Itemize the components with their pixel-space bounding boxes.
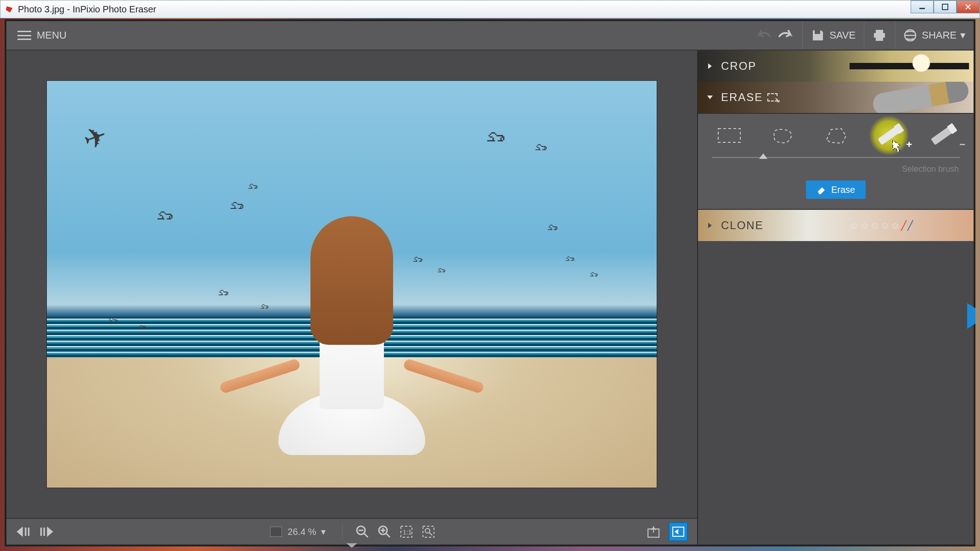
crop-label: CROP	[721, 60, 756, 73]
menu-button[interactable]: MENU	[6, 21, 78, 50]
window-title: Photo 3.jpg - InPixio Photo Eraser	[18, 4, 156, 15]
menu-label: MENU	[37, 29, 67, 41]
svg-marker-12	[707, 96, 713, 99]
save-icon	[811, 28, 825, 42]
svg-rect-7	[423, 526, 434, 537]
tool-add-brush[interactable]: +	[871, 123, 907, 148]
crop-panel-header[interactable]: CROP	[698, 51, 974, 82]
chevron-down-icon: ▾	[960, 29, 965, 41]
erase-label: ERASE	[721, 91, 763, 104]
app-frame: MENU SAVE SHARE ▾ ✈ 𐦐	[5, 19, 975, 546]
zoom-dropdown[interactable]: 26.4 % ▾	[266, 526, 329, 537]
svg-marker-14	[893, 140, 901, 152]
zoom-in-icon[interactable]	[377, 525, 391, 539]
cursor-icon	[892, 139, 918, 158]
clone-label: CLONE	[721, 219, 764, 232]
chevron-down-icon: ▾	[321, 526, 326, 537]
next-image-icon[interactable]	[37, 525, 54, 539]
svg-rect-1	[919, 8, 925, 9]
window-maximize-button[interactable]	[934, 0, 957, 13]
main-toolbar: MENU SAVE SHARE ▾	[6, 21, 974, 51]
expand-panel-icon[interactable]	[346, 543, 357, 549]
share-button[interactable]: SHARE ▾	[895, 21, 974, 50]
erase-button-label: Erase	[831, 185, 855, 195]
window-titlebar: Photo 3.jpg - InPixio Photo Eraser	[0, 0, 980, 18]
tool-rect-marquee[interactable]	[711, 123, 748, 148]
svg-marker-15	[708, 223, 712, 228]
app-icon	[5, 5, 14, 14]
print-icon	[873, 28, 886, 42]
thumbnail-icon	[270, 527, 282, 537]
save-label: SAVE	[829, 29, 856, 41]
compare-button[interactable]	[669, 522, 688, 541]
photo-canvas[interactable]: ✈ 𐦐 𐦐 𐦐 𐦐 𐦐 𐦐 𐦐 𐦐 𐦐 𐦐 𐦐 𐦐 𐦐 𐦐 𐦐	[46, 80, 657, 488]
svg-rect-13	[718, 129, 740, 142]
slider-thumb-icon	[759, 153, 767, 160]
hamburger-icon	[17, 31, 31, 40]
share-icon	[903, 28, 917, 42]
redo-icon[interactable]	[777, 29, 793, 42]
side-panel: CROP ERASE ↘	[698, 51, 974, 545]
chevron-down-icon	[706, 94, 714, 101]
expand-side-handle[interactable]	[967, 303, 975, 329]
clone-panel-header[interactable]: CLONE ☺☺☺☺☺╱╱	[698, 210, 974, 241]
erase-mode-icon: ↘	[767, 93, 777, 101]
svg-point-8	[425, 529, 430, 533]
svg-marker-0	[6, 6, 12, 13]
zoom-out-icon[interactable]	[355, 525, 369, 539]
svg-marker-11	[708, 63, 712, 69]
erase-panel-body: + − Selection brush Erase	[698, 113, 974, 210]
svg-rect-2	[942, 4, 948, 10]
save-button[interactable]: SAVE	[802, 21, 864, 50]
erase-button[interactable]: Erase	[806, 180, 866, 199]
chevron-right-icon	[706, 222, 714, 229]
tool-free-lasso[interactable]	[764, 123, 801, 148]
erase-panel-header[interactable]: ERASE ↘	[698, 82, 974, 113]
tool-remove-brush[interactable]: −	[924, 123, 961, 148]
tool-tooltip: Selection brush	[706, 164, 959, 174]
print-button[interactable]	[864, 21, 895, 50]
undo-icon[interactable]	[756, 29, 772, 42]
tool-polygon-lasso[interactable]	[817, 123, 854, 148]
svg-text:1:1: 1:1	[403, 529, 412, 536]
canvas-area: ✈ 𐦐 𐦐 𐦐 𐦐 𐦐 𐦐 𐦐 𐦐 𐦐 𐦐 𐦐 𐦐 𐦐 𐦐 𐦐	[6, 51, 698, 545]
brush-size-slider[interactable]	[712, 157, 960, 158]
eraser-icon	[817, 185, 827, 195]
zoom-actual-icon[interactable]: 1:1	[400, 525, 413, 539]
bottom-toolbar: 26.4 % ▾ 1:1	[6, 518, 697, 545]
window-minimize-button[interactable]	[911, 0, 934, 13]
share-label: SHARE	[922, 29, 957, 41]
export-button[interactable]	[644, 522, 663, 541]
zoom-value: 26.4 %	[287, 527, 316, 537]
chevron-right-icon	[706, 62, 714, 70]
prev-image-icon[interactable]	[16, 525, 33, 539]
zoom-fit-icon[interactable]	[422, 525, 435, 539]
window-close-button[interactable]	[957, 0, 980, 13]
